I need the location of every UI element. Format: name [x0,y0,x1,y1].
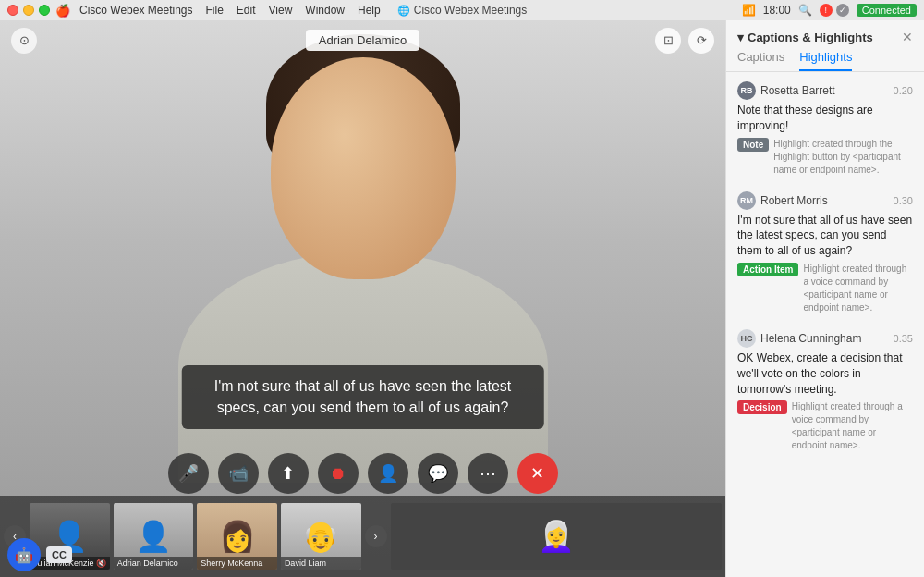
tab-highlights[interactable]: Highlights [799,50,852,71]
notification-icon: ! [820,4,833,17]
sidebar: ▾ Captions & Highlights ✕ Captions Highl… [725,20,924,577]
video-area: ⊙ Adrian Delamico ⊡ ⟳ I'm not sure that … [0,20,725,577]
thumbnail-adrian[interactable]: 👤 Adrian Delamico [114,503,194,570]
video-options-icon[interactable]: ⊙ [11,28,37,54]
entry-header-helena: HC Helena Cunningham 0.35 [737,329,913,348]
main-video: ⊙ Adrian Delamico ⊡ ⟳ I'm not sure that … [0,20,725,577]
wifi-icon: 📶 [742,4,756,17]
share-button[interactable]: ⬆ [268,453,309,494]
menu-edit[interactable]: Edit [237,4,256,17]
traffic-lights [7,5,50,16]
avatar-rosetta: RB [737,81,756,100]
next-thumbnail-button[interactable]: › [365,525,387,547]
controls-bar: 🎤 📹 ⬆ ⏺ 👤 💬 ⋯ ✕ [168,453,558,494]
thumbnail-david[interactable]: 👴 David Liam [281,503,361,570]
bottom-tray: 🤖 CC [0,533,79,577]
tab-captions[interactable]: Captions [737,50,784,71]
tag-row-robert: Action Item Highlight created through a … [737,263,913,314]
thumbnail-label-david: David Liam [281,557,361,570]
setting-icon: ✓ [836,4,849,17]
menu-bar: Cisco Webex Meetings File Edit View Wind… [79,4,381,17]
main-container: ⊙ Adrian Delamico ⊡ ⟳ I'm not sure that … [0,20,924,577]
closed-captions-button[interactable]: CC [46,546,72,563]
video-toolbar-top: ⊙ Adrian Delamico ⊡ ⟳ [0,30,725,51]
sidebar-close-button[interactable]: ✕ [902,30,913,44]
desc-robert: Highlight created through a voice comman… [803,263,913,314]
title-bar: 🍎 Cisco Webex Meetings File Edit View Wi… [0,0,924,20]
menu-view[interactable]: View [269,4,293,17]
time-robert: 0.30 [894,195,913,206]
menu-app[interactable]: Cisco Webex Meetings [79,4,193,17]
more-button[interactable]: ⋯ [468,453,508,494]
participants-button[interactable]: 👤 [368,453,408,494]
thumbnail-sherry[interactable]: 👩 Sherry McKenna [197,503,277,570]
subtitle-text: I'm not sure that all of us have seen th… [181,365,544,429]
time-rosetta: 0.20 [894,85,913,96]
thumbnail-strip: ‹ 👤 Julian McKenzie 🔇 👤 Adrian Delamico [0,496,725,577]
chat-button[interactable]: 💬 [418,453,458,494]
highlight-entry-rosetta: RB Rosetta Barrett 0.20 Note that these … [737,81,913,177]
thumbnail-extra[interactable]: 👩‍🦳 [391,503,723,570]
record-button[interactable]: ⏺ [318,453,359,494]
pip-icon[interactable]: ⊡ [655,28,681,54]
mute-button[interactable]: 🎤 [168,453,209,494]
tag-row-rosetta: Note Highlight created through the Highl… [737,138,913,177]
connected-status: Connected [857,4,917,17]
clock: 18:00 [763,4,791,17]
highlight-entry-robert: RM Robert Morris 0.30 I'm not sure that … [737,191,913,314]
name-helena: Helena Cunningham [760,332,894,345]
maximize-window-button[interactable] [39,5,50,16]
tag-decision: Decision [737,400,787,414]
desc-rosetta: Highlight created through the Highlight … [773,138,913,177]
webex-assistant-icon[interactable]: 🤖 [7,538,41,571]
quote-helena: OK Webex, create a decision that we'll v… [737,350,913,397]
quote-robert: I'm not sure that all of us have seen th… [737,213,913,259]
link-icon[interactable]: ⟳ [688,28,714,54]
avatar-helena: HC [737,329,756,348]
tag-action: Action Item [737,263,798,276]
search-icon[interactable]: 🔍 [798,4,812,17]
apple-icon: 🍎 [55,4,70,18]
person-head [271,57,456,279]
avatar-robert: RM [737,191,756,210]
thumbnail-label-adrian: Adrian Delamico [114,557,194,570]
speaker-name-label: Adrian Delamico [306,30,419,51]
menu-file[interactable]: File [206,4,224,17]
minimize-window-button[interactable] [23,5,34,16]
camera-button[interactable]: 📹 [218,453,259,494]
top-right-icons: ⊡ ⟳ [655,28,714,54]
quote-rosetta: Note that these designs are improving! [737,103,913,134]
sidebar-title: ▾ Captions & Highlights [737,31,873,44]
menu-window[interactable]: Window [305,4,345,17]
sidebar-content: RB Rosetta Barrett 0.20 Note that these … [726,72,924,577]
highlight-entry-helena: HC Helena Cunningham 0.35 OK Webex, crea… [737,329,913,452]
close-window-button[interactable] [7,5,18,16]
end-call-button[interactable]: ✕ [517,453,558,494]
thumbnail-label-sherry: Sherry McKenna [197,557,277,570]
name-rosetta: Rosetta Barrett [760,84,894,97]
tag-row-helena: Decision Highlight created through a voi… [737,400,913,452]
time-helena: 0.35 [894,333,913,344]
title-bar-right: 📶 18:00 🔍 ! ✓ Connected [742,4,917,17]
entry-header-robert: RM Robert Morris 0.30 [737,191,913,210]
title-bar-left: 🍎 Cisco Webex Meetings File Edit View Wi… [7,4,381,18]
menu-help[interactable]: Help [358,4,381,17]
tag-note: Note [737,138,769,152]
chevron-icon: ▾ [737,31,744,44]
entry-header-rosetta: RB Rosetta Barrett 0.20 [737,81,913,100]
sidebar-tabs: Captions Highlights [726,44,924,72]
sidebar-header: ▾ Captions & Highlights ✕ [726,20,924,44]
name-robert: Robert Morris [760,194,894,207]
window-title: 🌐 Cisco Webex Meetings [397,4,528,17]
desc-helena: Highlight created through a voice comman… [792,400,913,452]
control-icons: ! ✓ [820,4,849,17]
